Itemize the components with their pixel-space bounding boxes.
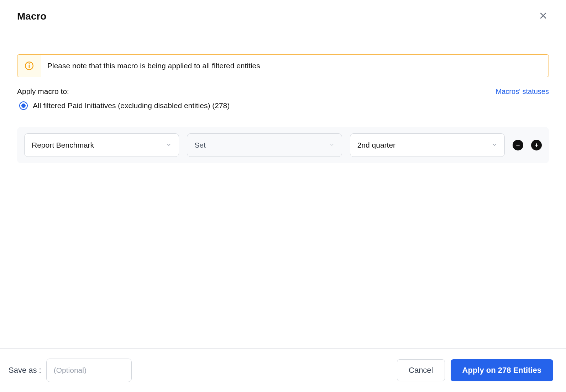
plus-icon [534,142,539,148]
apply-label: Apply macro to: [17,87,69,96]
minus-icon [515,142,521,148]
rule-panel: Report Benchmark Set 2nd quarter [17,127,549,163]
close-icon [539,11,547,20]
chevron-down-icon [492,141,497,149]
svg-point-4 [28,63,30,64]
field-select[interactable]: Report Benchmark [24,133,179,157]
radio-dot-icon [21,104,26,108]
remove-rule-button[interactable] [513,140,523,150]
action-select-value: Set [194,141,206,149]
action-select[interactable]: Set [187,133,342,157]
apply-target-radio-row[interactable]: All filtered Paid Initiatives (excluding… [17,101,549,110]
cancel-button[interactable]: Cancel [397,359,445,381]
footer-left: Save as : [9,359,132,382]
apply-button[interactable]: Apply on 278 Entities [451,359,554,381]
warning-text: Please note that this macro is being app… [41,55,549,76]
chevron-down-icon [166,141,172,149]
save-as-label: Save as : [9,366,41,375]
add-rule-button[interactable] [531,140,542,150]
dialog-title: Macro [17,11,46,22]
chevron-down-icon [329,141,335,149]
close-button[interactable] [538,10,549,23]
save-as-input[interactable] [46,359,132,382]
field-select-value: Report Benchmark [32,141,94,149]
radio-button[interactable] [19,101,28,110]
footer-right: Cancel Apply on 278 Entities [397,359,553,381]
info-icon [25,61,34,70]
warning-alert: Please note that this macro is being app… [17,54,549,77]
value-select-value: 2nd quarter [357,141,395,149]
apply-row: Apply macro to: Macros' statuses [17,87,549,96]
dialog-content: Please note that this macro is being app… [0,33,566,163]
value-select[interactable]: 2nd quarter [350,133,505,157]
warning-icon-wrap [17,55,41,77]
macros-statuses-link[interactable]: Macros' statuses [496,88,549,96]
dialog-footer: Save as : Cancel Apply on 278 Entities [0,348,566,392]
radio-label[interactable]: All filtered Paid Initiatives (excluding… [33,101,230,110]
dialog-header: Macro [0,0,566,33]
